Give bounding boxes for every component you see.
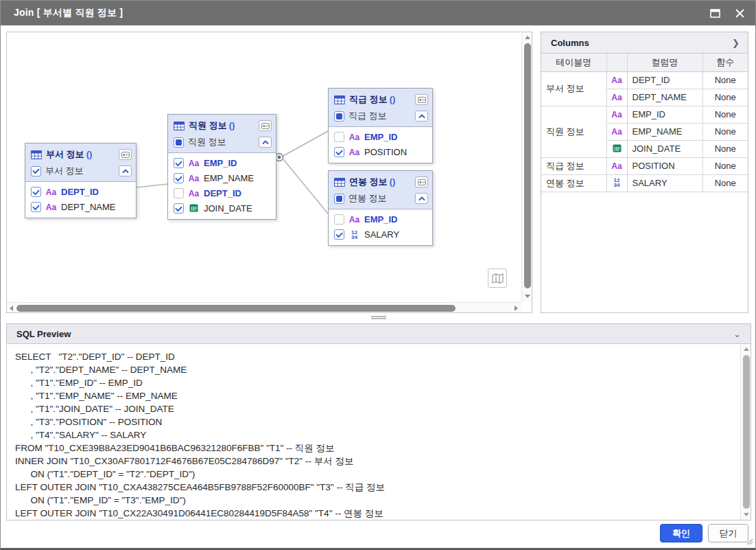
diagram-content: 부서 정보() 부서 정보 [7,32,521,302]
collapse-chevron-icon[interactable] [415,111,428,122]
text-type-icon: Aa [45,203,57,212]
field-row[interactable]: Aa EMP_ID [334,131,427,143]
scroll-down-icon[interactable] [525,295,530,298]
canvas-horizontal-scrollbar[interactable] [7,302,521,312]
field-row[interactable]: Aa DEPT_NAME [31,201,130,213]
field-row[interactable]: Aa EMP_ID [174,157,270,169]
scroll-down-icon[interactable] [744,513,749,516]
overview-map-icon[interactable] [488,268,507,288]
date-type-icon [188,203,200,214]
sql-vertical-scrollbar[interactable] [740,344,751,520]
canvas-vertical-scrollbar[interactable] [521,32,532,302]
text-type-icon: Aa [611,76,622,85]
col-header-icon [606,54,627,71]
sql-preview-panel: SQL Preview ⌄ SELECT "T2"."DEPT_ID" -- D… [6,323,751,520]
field-row[interactable]: Aa DEPT_ID [174,187,270,199]
node-alias: 연봉 정보 [349,192,387,205]
field-checkbox-checked[interactable] [174,173,184,183]
dialog-title: Join [ 부서별 직원 정보 ] [14,7,123,19]
field-row[interactable]: Aa DEPT_ID [31,186,130,198]
edit-label-icon[interactable] [415,176,428,187]
col-header-func: 함수 [702,54,748,71]
edit-label-icon[interactable] [259,120,272,131]
collapse-down-chevron-icon[interactable]: ⌄ [733,329,741,339]
field-checkbox-checked[interactable] [174,158,184,168]
text-type-icon: Aa [188,159,200,168]
text-type-icon: Aa [611,110,622,119]
col-header-column: 컬럼명 [627,54,702,71]
maximize-icon[interactable] [709,7,721,19]
confirm-button[interactable]: 확인 [660,524,702,542]
edit-label-icon[interactable] [415,94,428,105]
close-icon[interactable] [733,7,746,19]
node-title: 직급 정보() [349,93,395,106]
scroll-thumb[interactable] [16,305,456,312]
scroll-right-icon[interactable] [515,306,518,311]
scroll-up-icon[interactable] [525,36,530,39]
columns-panel: Columns ❯ 테이블명 컬럼명 함수 부서 정보 Aa DEPT_ID N… [541,32,748,313]
text-type-icon: Aa [349,148,360,157]
field-row[interactable]: 1234 SALARY [334,229,427,240]
text-type-icon: Aa [188,174,200,183]
table-icon [334,95,345,104]
table-checkbox-indeterminate[interactable] [334,194,344,204]
node-alias: 직급 정보 [349,110,387,122]
collapse-chevron-icon[interactable] [415,193,428,204]
field-row[interactable]: JOIN_DATE [174,203,270,214]
scroll-thumb[interactable] [524,43,531,288]
field-checkbox-checked[interactable] [334,147,344,157]
table-node-salary[interactable]: 연봉 정보() 연봉 정보 [328,170,433,246]
number-type-icon: 1234 [349,230,360,240]
table-checkbox-checked[interactable] [31,166,41,176]
scroll-thumb[interactable] [743,355,750,509]
field-checkbox-checked[interactable] [334,229,344,240]
field-row[interactable]: Aa POSITION [334,146,427,158]
node-header: 연봉 정보() 연봉 정보 [329,171,432,209]
field-checkbox-checked[interactable] [31,202,41,212]
field-checkbox-checked[interactable] [174,203,184,214]
sql-preview-header[interactable]: SQL Preview ⌄ [7,324,751,344]
field-checkbox-checked[interactable] [31,187,41,197]
field-row[interactable]: Aa EMP_ID [334,214,427,225]
node-header: 직원 정보() 직원 정보 [168,115,276,153]
table-row[interactable]: 연봉 정보 1234 SALARY None [541,174,748,192]
collapse-chevron-icon[interactable] [119,165,132,176]
node-header: 직급 정보() 직급 정보 [329,89,432,127]
close-button[interactable]: 닫기 [708,524,748,542]
node-header: 부서 정보() 부서 정보 [25,144,136,182]
edit-label-icon[interactable] [119,149,132,160]
scroll-left-icon[interactable] [10,306,13,311]
columns-table: 테이블명 컬럼명 함수 부서 정보 Aa DEPT_ID None Aa DEP… [541,54,748,192]
table-checkbox-indeterminate[interactable] [174,137,184,148]
collapse-chevron-icon[interactable] [259,137,272,148]
panel-splitter-handle[interactable] [371,316,386,319]
table-row[interactable]: 직원 정보 Aa EMP_ID None [541,106,748,123]
table-row[interactable]: 직급 정보 Aa POSITION None [541,157,748,174]
join-diagram-canvas[interactable]: 부서 정보() 부서 정보 [6,32,532,313]
scroll-up-icon[interactable] [744,347,749,351]
text-type-icon: Aa [349,215,360,225]
sql-text[interactable]: SELECT "T2"."DEPT_ID" -- DEPT_ID , "T2".… [7,344,740,520]
table-node-position[interactable]: 직급 정보() 직급 정보 [328,88,433,163]
node-alias: 직원 정보 [188,136,226,148]
number-type-icon: 1234 [611,178,623,187]
columns-panel-header[interactable]: Columns ❯ [541,32,748,54]
field-checkbox-unchecked[interactable] [174,188,184,198]
text-type-icon: Aa [611,93,622,102]
field-row[interactable]: Aa EMP_NAME [174,172,270,184]
node-title: 부서 정보() [46,148,92,161]
field-checkbox-unchecked[interactable] [334,214,344,225]
table-row[interactable]: 부서 정보 Aa DEPT_ID None [541,71,748,89]
sql-preview-title: SQL Preview [16,329,71,339]
table-node-dept[interactable]: 부서 정보() 부서 정보 [25,143,137,218]
node-title: 연봉 정보() [349,176,395,188]
table-checkbox-indeterminate[interactable] [334,111,344,122]
join-dialog: Join [ 부서별 직원 정보 ] [0,0,756,550]
resize-grip[interactable] [746,538,753,545]
field-checkbox-unchecked[interactable] [334,132,344,142]
text-type-icon: Aa [611,161,622,171]
columns-panel-title: Columns [551,38,589,48]
collapse-right-chevron-icon[interactable]: ❯ [732,38,740,48]
table-node-emp[interactable]: 직원 정보() 직원 정보 [167,114,276,220]
text-type-icon: Aa [611,127,622,137]
